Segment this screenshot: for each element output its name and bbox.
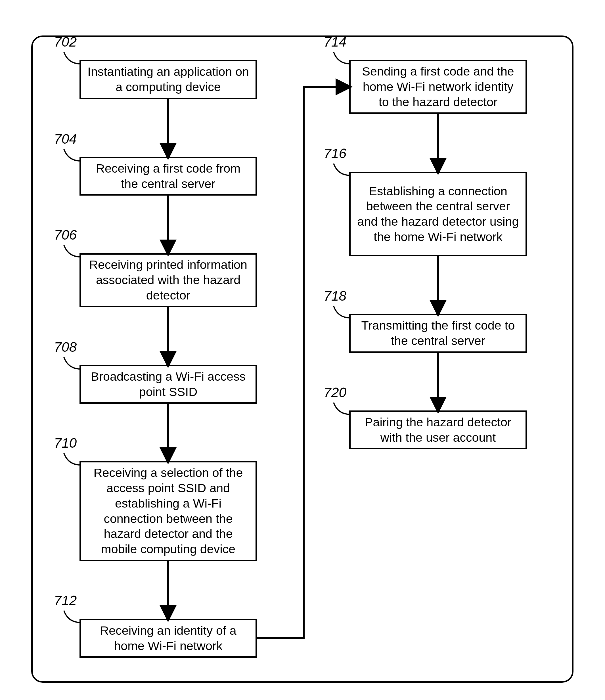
label-714: 714 [324, 34, 346, 50]
label-710: 710 [54, 435, 77, 451]
step-720-text: Pairing the hazard detector with the use… [356, 415, 520, 445]
step-708: Broadcasting a Wi-Fi access point SSID [79, 365, 257, 404]
label-718: 718 [324, 288, 346, 304]
label-706: 706 [54, 227, 77, 243]
label-704: 704 [54, 131, 77, 147]
step-716: Establishing a connection between the ce… [349, 172, 527, 256]
step-718-text: Transmitting the first code to the centr… [356, 318, 520, 349]
step-702-text: Instantiating an application on a comput… [86, 64, 250, 95]
step-706: Receiving printed information associated… [79, 253, 257, 307]
step-714: Sending a first code and the home Wi-Fi … [349, 60, 527, 114]
step-710: Receiving a selection of the access poin… [79, 461, 257, 561]
step-702: Instantiating an application on a comput… [79, 60, 257, 99]
step-716-text: Establishing a connection between the ce… [356, 184, 520, 245]
step-718: Transmitting the first code to the centr… [349, 314, 527, 353]
step-708-text: Broadcasting a Wi-Fi access point SSID [86, 369, 250, 400]
label-720: 720 [324, 385, 346, 400]
step-706-text: Receiving printed information associated… [86, 257, 250, 303]
step-710-text: Receiving a selection of the access poin… [86, 465, 250, 557]
step-704: Receiving a first code from the central … [79, 157, 257, 196]
step-704-text: Receiving a first code from the central … [86, 161, 250, 192]
diagram-frame [31, 35, 574, 683]
step-712-text: Receiving an identity of a home Wi-Fi ne… [86, 623, 250, 654]
step-714-text: Sending a first code and the home Wi-Fi … [356, 64, 520, 109]
label-716: 716 [324, 146, 346, 161]
step-712: Receiving an identity of a home Wi-Fi ne… [79, 619, 257, 658]
flowchart-canvas: { "steps": { "s702": { "label": "702", "… [0, 0, 605, 700]
label-708: 708 [54, 339, 77, 355]
label-712: 712 [54, 593, 77, 608]
label-702: 702 [54, 34, 77, 50]
step-720: Pairing the hazard detector with the use… [349, 410, 527, 449]
